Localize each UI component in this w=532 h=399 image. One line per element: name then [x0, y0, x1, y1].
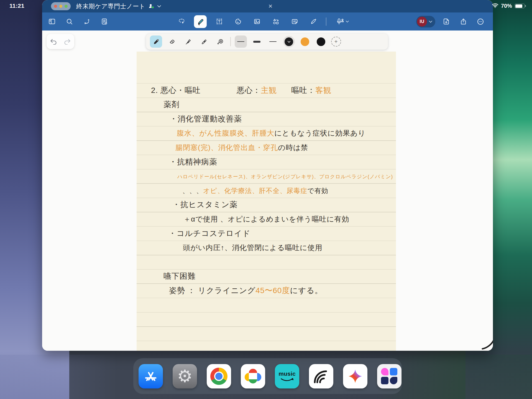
amazon-music-icon[interactable]: music: [275, 364, 299, 388]
stroke-thin-option[interactable]: [235, 35, 247, 48]
handwriting-segment-black: ・コルチコステロイド: [168, 228, 250, 239]
journal-petals-icon[interactable]: [377, 364, 401, 388]
handwriting-segment-black: 嘔吐：: [291, 85, 315, 96]
handwriting-segment-black: ＋αで使用 、オピによるめまいを伴う嘔吐に有効: [183, 214, 349, 224]
handwriting-segment-orange: オピ、化学療法、肝不全、尿毒症: [203, 186, 307, 195]
note-paper[interactable]: 2. 悪心・嘔吐悪心：主観嘔吐：客観薬剤・消化管運動改善薬腹水、がん性腹膜炎、肝…: [137, 52, 396, 351]
handwriting-segment-orange: 腹水、がん性腹膜炎、肝腫大: [177, 128, 274, 138]
shapes-icon[interactable]: [269, 15, 282, 28]
wifi-icon: [492, 3, 498, 9]
sticker-icon[interactable]: [232, 15, 244, 28]
pen-toolbar-divider: [230, 37, 231, 46]
handwriting-line: ・抗精神病薬: [169, 155, 396, 169]
stroke-fine-option[interactable]: [267, 35, 279, 48]
handwriting-line: 2. 悪心・嘔吐悪心：主観嘔吐：客観: [151, 83, 396, 98]
handwriting-line: 腹水、がん性腹膜炎、肝腫大にともなう症状に効果あり: [177, 126, 396, 141]
audio-record-icon[interactable]: [332, 15, 352, 28]
note-canvas-area: 2. 悪心・嘔吐悪心：主観嘔吐：客観薬剤・消化管運動改善薬腹水、がん性腹膜炎、肝…: [42, 31, 493, 351]
fountain-pen-tool[interactable]: [198, 35, 210, 48]
toolbar-divider: [326, 17, 326, 26]
handwriting-line: 姿勢 ： リクライニング 45〜60度にする。: [169, 283, 396, 298]
handwriting-segment-black: で有効: [307, 186, 328, 195]
handwriting-line: ・抗ヒスタミン薬: [172, 198, 396, 212]
pen-tool-icon[interactable]: [194, 15, 207, 28]
clock: 11:21: [9, 2, 24, 9]
stroke-medium-option[interactable]: [251, 35, 263, 48]
undo-redo-group: [47, 34, 74, 49]
amazon-music-label: music: [278, 370, 296, 377]
handwriting-line: ・消化管運動改善薬: [170, 112, 396, 126]
audio-arcs-icon[interactable]: [309, 364, 333, 388]
main-toolbar: IU: [42, 12, 493, 31]
google-photos-icon[interactable]: [241, 364, 265, 388]
add-color-button[interactable]: +: [331, 37, 341, 47]
handwriting-line: ＋αで使用 、オピによるめまいを伴う嘔吐に有効: [183, 212, 396, 226]
handwriting-line: ・コルチコステロイド: [168, 226, 396, 241]
laser-pointer-icon[interactable]: [307, 15, 320, 28]
note-lines: 2. 悪心・嘔吐悪心：主観嘔吐：客観薬剤・消化管運動改善薬腹水、がん性腹膜炎、肝…: [137, 83, 396, 298]
toolbar-right-group: IU: [416, 12, 487, 31]
page-template-icon[interactable]: [98, 15, 111, 28]
handwriting-line: 薬剤: [163, 98, 396, 112]
ai-rewrite-icon[interactable]: [80, 15, 93, 28]
undo-button[interactable]: [48, 36, 59, 47]
handwriting-segment-black: 頭がい内圧↑、消化管閉による嘔吐に使用: [183, 243, 323, 253]
status-indicators: 70%: [492, 3, 525, 9]
settings-icon[interactable]: ⚙: [173, 364, 197, 388]
handwriting-segment-black: 悪心：: [237, 85, 261, 96]
battery-percent: 70%: [501, 3, 512, 9]
handwriting-segment-orange: 主観: [261, 85, 277, 96]
notes-app-window: 終末期ケア専門士ノート ✕: [42, 0, 493, 351]
handwriting-line: [137, 255, 396, 269]
handwriting-line: ハロペリドール(セレネース)、オランザピン(ジプレキサ)、プロクロルペラジン(ノ…: [177, 169, 396, 184]
handwriting-segment-orange: 45〜60度: [255, 285, 290, 296]
handwriting-segment-black: 薬剤: [163, 99, 180, 110]
note-card-icon[interactable]: [288, 15, 301, 28]
handwriting-segment-black: の時は禁: [278, 143, 308, 153]
toolbar-center-group: [175, 12, 352, 31]
more-options-icon[interactable]: [474, 15, 487, 28]
app-store-icon[interactable]: [139, 364, 163, 388]
color-swatch-orange[interactable]: [299, 35, 311, 48]
share-icon[interactable]: [457, 15, 470, 28]
lasso-zoom-tool[interactable]: [214, 35, 226, 48]
chrome-icon[interactable]: [207, 364, 231, 388]
highlighter-tool[interactable]: [182, 35, 194, 48]
pen-tool[interactable]: [150, 35, 162, 48]
status-bar: 11:21 70%: [0, 0, 532, 12]
avatar[interactable]: IU: [417, 17, 427, 27]
dock: ⚙ music: [133, 358, 402, 394]
redo-button[interactable]: [62, 36, 73, 47]
handwriting-line: 腸閉塞(完)、消化管出血・穿孔の時は禁: [175, 140, 396, 155]
color-swatch-selected[interactable]: [283, 35, 295, 48]
handwriting-line: 、、、オピ、化学療法、肝不全、尿毒症で有効: [182, 183, 396, 198]
handwriting-line: 嚥下困難: [163, 269, 396, 284]
handwriting-segment-black: にする。: [290, 285, 323, 296]
avatar-chevron-down-icon: [429, 20, 433, 23]
pen-toolbar: +: [146, 34, 388, 50]
color-swatch-black[interactable]: [315, 35, 327, 48]
handwriting-segment-black: にともなう症状に効果あり: [274, 128, 365, 138]
handwriting-segment-orange: 腸閉塞(完)、消化管出血・穿孔: [175, 143, 278, 153]
handwriting-segment-black: ・抗ヒスタミン薬: [172, 199, 237, 210]
handwriting-segment-orange: 客観: [315, 85, 331, 96]
add-page-icon[interactable]: [440, 15, 452, 28]
handwriting-segment-black: 2. 悪心・嘔吐: [151, 85, 201, 96]
battery-icon: [515, 4, 525, 8]
handwriting-line: 頭がい内圧↑、消化管閉による嘔吐に使用: [183, 241, 396, 255]
handwriting-segment-orange: ハロペリドール(セレネース)、オランザピン(ジプレキサ)、プロクロルペラジン(ノ…: [177, 173, 393, 180]
gemini-icon[interactable]: [343, 364, 367, 388]
handwriting-segment-black: 、、、: [182, 186, 203, 195]
account-menu[interactable]: IU: [416, 16, 435, 27]
sidebar-pages-icon[interactable]: [45, 15, 58, 28]
eraser-tool[interactable]: [166, 35, 178, 48]
image-icon[interactable]: [250, 15, 263, 28]
handwriting-segment-black: 姿勢 ： リクライニング: [169, 285, 255, 296]
search-icon[interactable]: [63, 15, 76, 28]
handwriting-stroke: [481, 338, 493, 350]
handwriting-segment-black: ・消化管運動改善薬: [170, 114, 242, 124]
lasso-select-icon[interactable]: [175, 15, 188, 28]
text-box-icon[interactable]: [213, 15, 226, 28]
toolbar-left-group: [45, 12, 111, 31]
handwriting-segment-black: 嚥下困難: [163, 271, 196, 281]
